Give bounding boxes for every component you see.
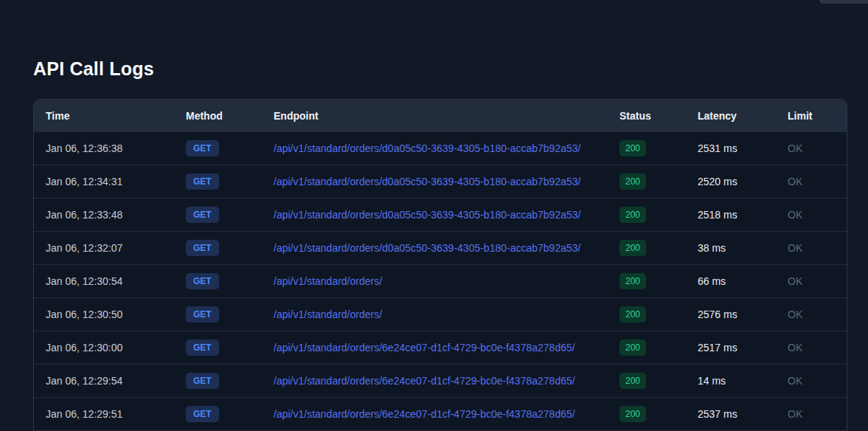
column-header-latency: Latency xyxy=(698,110,788,122)
method-badge: GET xyxy=(186,273,219,289)
method-badge: GET xyxy=(186,373,219,389)
endpoint-cell: /api/v1/standard/orders/6e24ce07-d1cf-47… xyxy=(274,342,619,354)
log-time: Jan 06, 12:30:50 xyxy=(46,308,186,320)
latency-value: 2531 ms xyxy=(698,142,788,154)
log-time: Jan 06, 12:29:51 xyxy=(46,408,186,420)
log-time: Jan 06, 12:34:31 xyxy=(46,176,186,187)
endpoint-link[interactable]: /api/v1/standard/orders/d0a05c50-3639-43… xyxy=(274,242,580,254)
limit-value: OK xyxy=(788,375,835,387)
limit-value: OK xyxy=(788,142,835,154)
column-header-limit: Limit xyxy=(788,110,835,122)
endpoint-link[interactable]: /api/v1/standard/orders/d0a05c50-3639-43… xyxy=(274,176,580,187)
status-cell: 200 xyxy=(619,140,698,156)
table-row: Jan 06, 12:30:54 GET /api/v1/standard/or… xyxy=(34,265,847,298)
table-row: Jan 06, 12:33:48 GET /api/v1/standard/or… xyxy=(34,199,847,232)
top-right-panel-edge xyxy=(819,0,868,4)
endpoint-cell: /api/v1/standard/orders/d0a05c50-3639-43… xyxy=(274,176,619,187)
status-cell: 200 xyxy=(619,373,698,389)
method-badge: GET xyxy=(186,339,219,356)
method-badge: GET xyxy=(186,173,219,190)
status-cell: 200 xyxy=(619,240,698,256)
latency-value: 2576 ms xyxy=(698,308,788,320)
method-badge: GET xyxy=(186,140,219,156)
status-badge: 200 xyxy=(619,173,646,190)
method-cell: GET xyxy=(186,339,274,356)
endpoint-link[interactable]: /api/v1/standard/orders/6e24ce07-d1cf-47… xyxy=(274,375,575,387)
table-header-row: Time Method Endpoint Status Latency Limi… xyxy=(34,100,847,132)
endpoint-link[interactable]: /api/v1/standard/orders/ xyxy=(274,275,382,287)
latency-value: 2518 ms xyxy=(698,209,788,221)
latency-value: 38 ms xyxy=(698,242,788,254)
table-row: Jan 06, 12:30:50 GET /api/v1/standard/or… xyxy=(34,298,847,331)
endpoint-link[interactable]: /api/v1/standard/orders/6e24ce07-d1cf-47… xyxy=(274,342,575,354)
method-cell: GET xyxy=(186,306,274,323)
endpoint-cell: /api/v1/standard/orders/d0a05c50-3639-43… xyxy=(274,142,619,154)
status-badge: 200 xyxy=(619,406,646,422)
method-cell: GET xyxy=(186,207,274,223)
limit-value: OK xyxy=(788,209,835,221)
method-cell: GET xyxy=(186,273,274,289)
log-time: Jan 06, 12:30:54 xyxy=(46,275,186,287)
status-cell: 200 xyxy=(619,406,698,422)
table-row: Jan 06, 12:30:00 GET /api/v1/standard/or… xyxy=(34,331,847,365)
endpoint-link[interactable]: /api/v1/standard/orders/ xyxy=(274,308,382,320)
endpoint-cell: /api/v1/standard/orders/6e24ce07-d1cf-47… xyxy=(274,375,619,387)
status-badge: 200 xyxy=(619,207,646,223)
endpoint-cell: /api/v1/standard/orders/ xyxy=(274,275,619,287)
log-time: Jan 06, 12:29:54 xyxy=(46,375,186,387)
method-cell: GET xyxy=(186,240,274,256)
endpoint-cell: /api/v1/standard/orders/d0a05c50-3639-43… xyxy=(274,242,619,254)
table-body: Jan 06, 12:36:38 GET /api/v1/standard/or… xyxy=(34,132,847,431)
table-row: Jan 06, 12:29:54 GET /api/v1/standard/or… xyxy=(34,365,847,398)
table-row: Jan 06, 12:34:31 GET /api/v1/standard/or… xyxy=(34,165,847,199)
endpoint-cell: /api/v1/standard/orders/6e24ce07-d1cf-47… xyxy=(274,408,619,420)
endpoint-link[interactable]: /api/v1/standard/orders/6e24ce07-d1cf-47… xyxy=(274,408,575,420)
api-logs-table: Time Method Endpoint Status Latency Limi… xyxy=(33,99,847,431)
method-badge: GET xyxy=(186,406,219,422)
limit-value: OK xyxy=(788,242,835,254)
status-badge: 200 xyxy=(619,140,646,156)
status-cell: 200 xyxy=(619,339,698,356)
method-badge: GET xyxy=(186,306,219,323)
column-header-status: Status xyxy=(619,110,698,122)
column-header-time: Time xyxy=(46,110,186,122)
latency-value: 2517 ms xyxy=(698,342,788,354)
endpoint-cell: /api/v1/standard/orders/ xyxy=(274,308,619,320)
latency-value: 66 ms xyxy=(698,275,788,287)
method-badge: GET xyxy=(186,207,219,223)
method-cell: GET xyxy=(186,406,274,422)
log-time: Jan 06, 12:36:38 xyxy=(46,142,186,154)
status-cell: 200 xyxy=(619,306,698,323)
status-badge: 200 xyxy=(619,339,646,356)
status-badge: 200 xyxy=(619,373,646,389)
latency-value: 2520 ms xyxy=(698,176,788,187)
status-badge: 200 xyxy=(619,240,646,256)
limit-value: OK xyxy=(788,308,835,320)
endpoint-cell: /api/v1/standard/orders/d0a05c50-3639-43… xyxy=(274,209,619,221)
log-time: Jan 06, 12:33:48 xyxy=(46,209,186,221)
limit-value: OK xyxy=(788,275,835,287)
status-cell: 200 xyxy=(619,207,698,223)
table-row: Jan 06, 12:29:51 GET /api/v1/standard/or… xyxy=(34,398,847,431)
endpoint-link[interactable]: /api/v1/standard/orders/d0a05c50-3639-43… xyxy=(274,142,580,154)
endpoint-link[interactable]: /api/v1/standard/orders/d0a05c50-3639-43… xyxy=(274,209,580,221)
latency-value: 2537 ms xyxy=(698,408,788,420)
limit-value: OK xyxy=(788,408,835,420)
log-time: Jan 06, 12:30:00 xyxy=(46,342,186,354)
log-time: Jan 06, 12:32:07 xyxy=(46,242,186,254)
table-row: Jan 06, 12:36:38 GET /api/v1/standard/or… xyxy=(34,132,847,165)
table-row: Jan 06, 12:32:07 GET /api/v1/standard/or… xyxy=(34,232,847,265)
status-cell: 200 xyxy=(619,173,698,190)
status-badge: 200 xyxy=(619,306,646,323)
method-cell: GET xyxy=(186,373,274,389)
column-header-endpoint: Endpoint xyxy=(274,110,619,122)
method-cell: GET xyxy=(186,140,274,156)
latency-value: 14 ms xyxy=(698,375,788,387)
limit-value: OK xyxy=(788,176,835,187)
status-cell: 200 xyxy=(619,273,698,289)
method-badge: GET xyxy=(186,240,219,256)
page-title: API Call Logs xyxy=(33,58,154,80)
column-header-method: Method xyxy=(186,110,274,122)
method-cell: GET xyxy=(186,173,274,190)
limit-value: OK xyxy=(788,342,835,354)
